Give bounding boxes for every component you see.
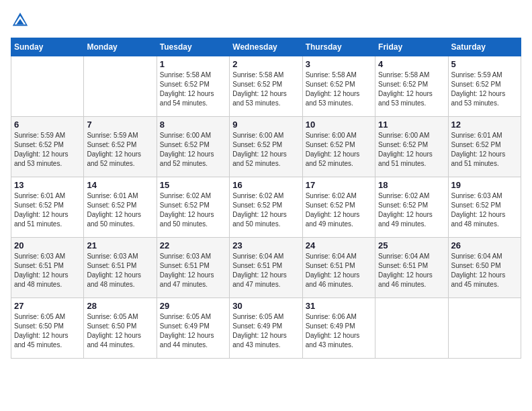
day-info: Sunrise: 6:01 AM Sunset: 6:52 PM Dayligh… xyxy=(14,191,81,229)
calendar-cell xyxy=(448,298,521,359)
calendar-cell xyxy=(375,298,448,359)
calendar-cell: 19Sunrise: 6:03 AM Sunset: 6:52 PM Dayli… xyxy=(448,177,521,238)
day-info: Sunrise: 6:05 AM Sunset: 6:50 PM Dayligh… xyxy=(87,312,153,350)
calendar-week-3: 13Sunrise: 6:01 AM Sunset: 6:52 PM Dayli… xyxy=(11,177,521,238)
day-info: Sunrise: 6:00 AM Sunset: 6:52 PM Dayligh… xyxy=(306,131,372,169)
calendar-table: SundayMondayTuesdayWednesdayThursdayFrid… xyxy=(11,38,521,359)
calendar-week-1: 1Sunrise: 5:58 AM Sunset: 6:52 PM Daylig… xyxy=(11,56,521,117)
day-info: Sunrise: 6:02 AM Sunset: 6:52 PM Dayligh… xyxy=(378,191,445,229)
calendar-cell: 1Sunrise: 5:58 AM Sunset: 6:52 PM Daylig… xyxy=(157,56,229,117)
day-number: 20 xyxy=(14,240,81,250)
logo-icon xyxy=(11,11,30,30)
day-number: 9 xyxy=(232,120,299,130)
calendar-cell: 3Sunrise: 5:58 AM Sunset: 6:52 PM Daylig… xyxy=(302,56,375,117)
day-number: 2 xyxy=(232,59,299,69)
day-number: 11 xyxy=(378,120,445,130)
calendar-cell: 10Sunrise: 6:00 AM Sunset: 6:52 PM Dayli… xyxy=(302,117,375,177)
day-number: 3 xyxy=(306,59,372,69)
calendar-cell: 15Sunrise: 6:02 AM Sunset: 6:52 PM Dayli… xyxy=(157,177,229,238)
calendar-week-5: 27Sunrise: 6:05 AM Sunset: 6:50 PM Dayli… xyxy=(11,298,521,359)
calendar-cell: 31Sunrise: 6:06 AM Sunset: 6:49 PM Dayli… xyxy=(302,298,375,359)
calendar-cell: 4Sunrise: 5:58 AM Sunset: 6:52 PM Daylig… xyxy=(375,56,448,117)
calendar-cell: 22Sunrise: 6:03 AM Sunset: 6:51 PM Dayli… xyxy=(157,238,229,298)
day-number: 29 xyxy=(160,301,226,311)
calendar-cell: 18Sunrise: 6:02 AM Sunset: 6:52 PM Dayli… xyxy=(375,177,448,238)
calendar-cell: 13Sunrise: 6:01 AM Sunset: 6:52 PM Dayli… xyxy=(11,177,84,238)
calendar-week-4: 20Sunrise: 6:03 AM Sunset: 6:51 PM Dayli… xyxy=(11,238,521,298)
calendar-cell: 16Sunrise: 6:02 AM Sunset: 6:52 PM Dayli… xyxy=(230,177,302,238)
day-info: Sunrise: 6:03 AM Sunset: 6:51 PM Dayligh… xyxy=(87,252,153,289)
day-number: 26 xyxy=(451,240,518,250)
day-info: Sunrise: 5:58 AM Sunset: 6:52 PM Dayligh… xyxy=(378,71,445,108)
day-info: Sunrise: 6:02 AM Sunset: 6:52 PM Dayligh… xyxy=(306,191,372,229)
day-number: 14 xyxy=(87,180,153,190)
day-info: Sunrise: 6:05 AM Sunset: 6:49 PM Dayligh… xyxy=(232,312,299,350)
calendar-cell: 23Sunrise: 6:04 AM Sunset: 6:51 PM Dayli… xyxy=(230,238,302,298)
day-info: Sunrise: 6:04 AM Sunset: 6:51 PM Dayligh… xyxy=(306,252,372,289)
day-number: 15 xyxy=(160,180,226,190)
calendar-cell: 29Sunrise: 6:05 AM Sunset: 6:49 PM Dayli… xyxy=(157,298,229,359)
day-info: Sunrise: 6:04 AM Sunset: 6:51 PM Dayligh… xyxy=(378,252,445,289)
day-info: Sunrise: 6:01 AM Sunset: 6:52 PM Dayligh… xyxy=(87,191,153,229)
day-info: Sunrise: 6:06 AM Sunset: 6:49 PM Dayligh… xyxy=(306,312,372,350)
weekday-header-tuesday: Tuesday xyxy=(157,38,229,56)
day-number: 5 xyxy=(451,59,518,69)
day-number: 13 xyxy=(14,180,81,190)
day-number: 24 xyxy=(306,240,372,250)
day-info: Sunrise: 6:03 AM Sunset: 6:52 PM Dayligh… xyxy=(451,191,518,229)
day-number: 23 xyxy=(232,240,299,250)
day-info: Sunrise: 6:04 AM Sunset: 6:50 PM Dayligh… xyxy=(451,252,518,289)
day-info: Sunrise: 5:58 AM Sunset: 6:52 PM Dayligh… xyxy=(160,71,226,108)
day-number: 21 xyxy=(87,240,153,250)
page-header xyxy=(11,11,521,30)
calendar-cell xyxy=(84,56,157,117)
calendar-cell: 28Sunrise: 6:05 AM Sunset: 6:50 PM Dayli… xyxy=(84,298,157,359)
day-info: Sunrise: 6:02 AM Sunset: 6:52 PM Dayligh… xyxy=(160,191,226,229)
calendar-cell: 17Sunrise: 6:02 AM Sunset: 6:52 PM Dayli… xyxy=(302,177,375,238)
calendar-cell: 8Sunrise: 6:00 AM Sunset: 6:52 PM Daylig… xyxy=(157,117,229,177)
weekday-header-friday: Friday xyxy=(375,38,448,56)
calendar-cell: 7Sunrise: 5:59 AM Sunset: 6:52 PM Daylig… xyxy=(84,117,157,177)
day-number: 8 xyxy=(160,120,226,130)
day-info: Sunrise: 5:58 AM Sunset: 6:52 PM Dayligh… xyxy=(306,71,372,108)
day-number: 19 xyxy=(451,180,518,190)
calendar-week-2: 6Sunrise: 5:59 AM Sunset: 6:52 PM Daylig… xyxy=(11,117,521,177)
day-info: Sunrise: 6:00 AM Sunset: 6:52 PM Dayligh… xyxy=(378,131,445,169)
day-number: 31 xyxy=(306,301,372,311)
day-number: 12 xyxy=(451,120,518,130)
day-number: 16 xyxy=(232,180,299,190)
day-number: 28 xyxy=(87,301,153,311)
day-info: Sunrise: 5:59 AM Sunset: 6:52 PM Dayligh… xyxy=(451,71,518,108)
weekday-row: SundayMondayTuesdayWednesdayThursdayFrid… xyxy=(11,38,521,56)
calendar-cell: 6Sunrise: 5:59 AM Sunset: 6:52 PM Daylig… xyxy=(11,117,84,177)
day-info: Sunrise: 5:58 AM Sunset: 6:52 PM Dayligh… xyxy=(232,71,299,108)
calendar-cell: 27Sunrise: 6:05 AM Sunset: 6:50 PM Dayli… xyxy=(11,298,84,359)
calendar-cell: 25Sunrise: 6:04 AM Sunset: 6:51 PM Dayli… xyxy=(375,238,448,298)
day-number: 1 xyxy=(160,59,226,69)
calendar-cell: 9Sunrise: 6:00 AM Sunset: 6:52 PM Daylig… xyxy=(230,117,302,177)
weekday-header-thursday: Thursday xyxy=(302,38,375,56)
calendar-cell xyxy=(11,56,84,117)
calendar-cell: 12Sunrise: 6:01 AM Sunset: 6:52 PM Dayli… xyxy=(448,117,521,177)
weekday-header-saturday: Saturday xyxy=(448,38,521,56)
weekday-header-wednesday: Wednesday xyxy=(230,38,302,56)
day-info: Sunrise: 5:59 AM Sunset: 6:52 PM Dayligh… xyxy=(87,131,153,169)
day-number: 7 xyxy=(87,120,153,130)
calendar-body: 1Sunrise: 5:58 AM Sunset: 6:52 PM Daylig… xyxy=(11,56,521,359)
calendar-header: SundayMondayTuesdayWednesdayThursdayFrid… xyxy=(11,38,521,56)
day-info: Sunrise: 6:02 AM Sunset: 6:52 PM Dayligh… xyxy=(232,191,299,229)
day-info: Sunrise: 5:59 AM Sunset: 6:52 PM Dayligh… xyxy=(14,131,81,169)
day-info: Sunrise: 6:04 AM Sunset: 6:51 PM Dayligh… xyxy=(232,252,299,289)
day-number: 18 xyxy=(378,180,445,190)
day-info: Sunrise: 6:00 AM Sunset: 6:52 PM Dayligh… xyxy=(160,131,226,169)
day-number: 30 xyxy=(232,301,299,311)
calendar-cell: 24Sunrise: 6:04 AM Sunset: 6:51 PM Dayli… xyxy=(302,238,375,298)
day-number: 27 xyxy=(14,301,81,311)
day-number: 10 xyxy=(306,120,372,130)
day-number: 22 xyxy=(160,240,226,250)
logo xyxy=(11,11,32,30)
day-info: Sunrise: 6:03 AM Sunset: 6:51 PM Dayligh… xyxy=(160,252,226,289)
weekday-header-sunday: Sunday xyxy=(11,38,84,56)
calendar-cell: 11Sunrise: 6:00 AM Sunset: 6:52 PM Dayli… xyxy=(375,117,448,177)
day-number: 17 xyxy=(306,180,372,190)
